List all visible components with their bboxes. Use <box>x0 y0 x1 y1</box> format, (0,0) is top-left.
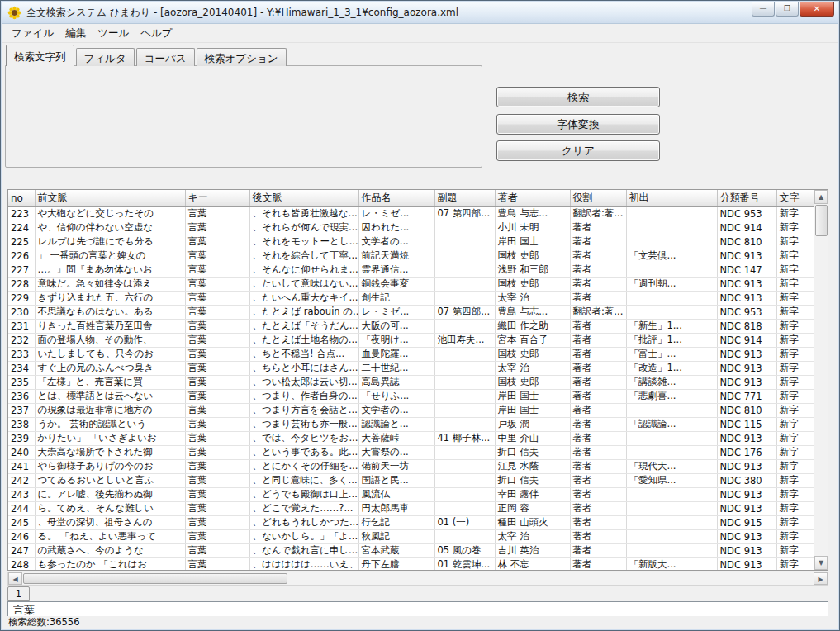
table-cell[interactable]: 言葉 <box>185 543 249 557</box>
tab-search-options[interactable]: 検索オプション <box>197 48 287 66</box>
table-row[interactable]: 226」 一番頭の言葉と婢女の言葉、それを綜合して丁寧...前記天満焼国枝 史郎… <box>8 249 814 263</box>
table-cell[interactable] <box>434 389 495 403</box>
table-cell[interactable] <box>626 529 717 543</box>
table-row[interactable]: 239かりたい」 「いさぎよいお言葉、では、今タヒツをお...大菩薩峠41 椰子… <box>8 431 814 445</box>
table-row[interactable]: 227…。』問『まあ勿体ないお言葉、そんなに仰せられま...霊界通信...浅野 … <box>8 263 814 277</box>
table-cell[interactable]: 岸田 国士 <box>495 389 570 403</box>
table-cell[interactable]: とは、標準語とは云へない <box>35 389 185 403</box>
table-cell[interactable]: 言葉 <box>185 389 249 403</box>
table-cell[interactable]: ら。てめえ、そんな難しい <box>35 501 185 515</box>
table-cell[interactable]: 「文芸倶... <box>626 249 717 263</box>
table-cell[interactable] <box>626 403 717 417</box>
tab-filter[interactable]: フィルタ <box>76 48 135 66</box>
table-cell[interactable] <box>434 403 495 417</box>
table-cell[interactable]: 07 第四部... <box>434 305 495 319</box>
table-cell[interactable]: 「講談雑... <box>626 375 717 389</box>
table-cell[interactable]: 戸坂 潤 <box>495 417 570 431</box>
table-cell[interactable]: 著者 <box>570 557 626 571</box>
table-cell[interactable]: 新字 <box>776 487 814 501</box>
table-cell[interactable]: 、つい松太郎は云い切... <box>249 375 358 389</box>
table-cell[interactable]: 新字 <box>776 445 814 459</box>
table-cell[interactable]: 07 第四部... <box>434 206 495 221</box>
table-cell[interactable]: 著者 <box>570 333 626 347</box>
table-cell[interactable]: NDC 810 <box>717 235 776 249</box>
table-cell[interactable]: 235 <box>8 375 35 389</box>
table-cell[interactable]: や、信仰の伴わない空虚な <box>35 221 185 235</box>
table-cell[interactable]: 、それらが何んで現実... <box>249 221 358 235</box>
table-cell[interactable]: 、ははははは……いえ、 <box>249 557 358 571</box>
table-cell[interactable]: 05 風の巻 <box>434 543 495 557</box>
table-cell[interactable]: NDC 913 <box>717 375 776 389</box>
table-cell[interactable]: 言葉 <box>185 221 249 235</box>
table-cell[interactable]: 「週刊朝... <box>626 277 717 291</box>
table-cell[interactable]: 言葉 <box>185 473 249 487</box>
table-cell[interactable]: 」 一番頭の言葉と婢女の <box>35 249 185 263</box>
table-cell[interactable]: 言葉 <box>185 333 249 347</box>
table-cell[interactable]: 江見 水蔭 <box>495 459 570 473</box>
table-cell[interactable]: 、たいして意味はない... <box>249 277 358 291</box>
table-cell[interactable] <box>626 431 717 445</box>
table-cell[interactable]: 著者 <box>570 515 626 529</box>
table-cell[interactable]: 新字 <box>776 529 814 543</box>
table-cell[interactable]: 創生記 <box>358 291 434 305</box>
table-cell[interactable]: 意味だ。急々如律令は添え <box>35 277 185 291</box>
table-cell[interactable]: NDC 913 <box>717 347 776 361</box>
table-cell[interactable]: 「悲劇喜... <box>626 389 717 403</box>
table-cell[interactable]: 宮本武蔵 <box>358 543 434 557</box>
column-header[interactable]: 役割 <box>570 190 626 206</box>
table-cell[interactable]: 国枝 史郎 <box>495 347 570 361</box>
table-cell[interactable]: 242 <box>8 473 35 487</box>
table-cell[interactable]: 言葉 <box>185 445 249 459</box>
table-cell[interactable]: 、それを綜合して丁寧... <box>249 249 358 263</box>
table-cell[interactable]: 林 不忘 <box>495 557 570 571</box>
table-cell[interactable]: 新字 <box>776 235 814 249</box>
table-row[interactable]: 238うか。 芸術的認識という言葉、つまり芸術も亦一般...認識論と...戸坂 … <box>8 417 814 431</box>
tab-corpus[interactable]: コーパス <box>136 48 195 66</box>
table-cell[interactable]: 豊島 与志... <box>495 305 570 319</box>
clear-button[interactable]: クリア <box>496 140 660 161</box>
table-cell[interactable]: りきった百姓言葉乃至田舎 <box>35 319 185 333</box>
table-cell[interactable]: NDC 915 <box>717 515 776 529</box>
table-cell[interactable] <box>626 305 717 319</box>
table-cell[interactable]: 言葉 <box>185 529 249 543</box>
table-row[interactable]: 240大崇高な場所で下された御言葉、という事である。此...大嘗祭の...折口 … <box>8 445 814 459</box>
scroll-right-icon[interactable]: ▶ <box>814 572 828 585</box>
table-cell[interactable] <box>626 501 717 515</box>
table-cell[interactable]: 大嘗祭の... <box>358 445 434 459</box>
table-cell[interactable]: 新字 <box>776 221 814 235</box>
table-cell[interactable]: 織田 作之助 <box>495 319 570 333</box>
table-cell[interactable]: 著者 <box>570 501 626 515</box>
result-page-tab[interactable]: 1 <box>7 586 30 601</box>
table-cell[interactable]: 「新版大... <box>626 557 717 571</box>
table-cell[interactable]: 、と同じ意味に、多く... <box>249 473 358 487</box>
table-cell[interactable]: 、なんで戯れ言に申し... <box>249 543 358 557</box>
table-cell[interactable]: 「現代大... <box>626 459 717 473</box>
table-cell[interactable]: 、それも皆勇壮激越な... <box>249 206 358 221</box>
menu-file[interactable]: ファイル <box>6 24 59 43</box>
table-cell[interactable]: 「夜明け... <box>358 333 434 347</box>
table-cell[interactable]: 正岡 容 <box>495 501 570 515</box>
table-row[interactable]: 247の武蔵さへ、今のような言葉、なんで戯れ言に申し...宮本武蔵05 風の巻吉… <box>8 543 814 557</box>
search-button[interactable]: 検索 <box>496 87 660 107</box>
table-cell[interactable]: 著者 <box>570 277 626 291</box>
table-cell[interactable]: NDC 914 <box>717 221 776 235</box>
table-cell[interactable]: や大砲などに交じったその <box>35 206 185 221</box>
table-cell[interactable]: 246 <box>8 529 35 543</box>
table-cell[interactable]: NDC 913 <box>717 361 776 375</box>
table-cell[interactable] <box>434 249 495 263</box>
table-cell[interactable]: 、つまり、作者自身の... <box>249 389 358 403</box>
table-cell[interactable] <box>434 473 495 487</box>
horizontal-scrollbar[interactable]: ◀ ▶ <box>7 572 828 586</box>
horizontal-scroll-thumb[interactable] <box>23 573 287 584</box>
table-cell[interactable]: 、それをモットーとし... <box>249 235 358 249</box>
table-row[interactable]: 228意味だ。急々如律令は添え言葉、たいして意味はない...銅銭会事変国枝 史郎… <box>8 277 814 291</box>
table-cell[interactable]: 丹下左膳 <box>358 557 434 571</box>
font-convert-button[interactable]: 字体変換 <box>496 114 660 135</box>
table-cell[interactable] <box>626 487 717 501</box>
table-cell[interactable]: 新字 <box>776 375 814 389</box>
table-cell[interactable] <box>434 375 495 389</box>
table-cell[interactable]: 、ないかしら。」「よ... <box>249 529 358 543</box>
table-cell[interactable]: 銅銭会事変 <box>358 277 434 291</box>
table-cell[interactable]: 「せりふ... <box>358 389 434 403</box>
table-cell[interactable]: 著者 <box>570 235 626 249</box>
